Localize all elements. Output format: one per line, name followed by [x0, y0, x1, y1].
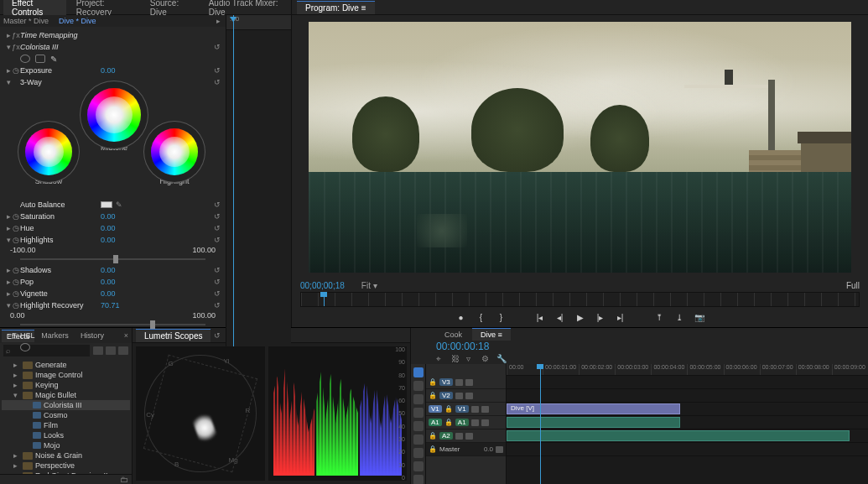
highlight-wheel[interactable]: Highlight — [151, 128, 198, 185]
reset-icon[interactable]: ↺ — [214, 278, 221, 286]
folder-row[interactable]: ▸Generate — [2, 360, 130, 370]
tab-program[interactable]: Program: Dive ≡ — [297, 1, 375, 14]
preset-row[interactable]: Mojo — [2, 440, 130, 450]
reset-icon[interactable]: ↺ — [214, 301, 221, 310]
solo-icon[interactable] — [481, 419, 489, 426]
snap-icon[interactable]: ⌖ — [436, 354, 446, 362]
eye-icon[interactable] — [455, 379, 463, 386]
lock-icon[interactable]: 🔒 — [429, 392, 437, 399]
playhead-icon[interactable] — [233, 15, 234, 369]
rgb-parade[interactable]: 1009080706050403020100 — [268, 346, 408, 481]
reset-icon[interactable]: ↺ — [214, 212, 221, 221]
chevron-right-icon[interactable]: ▸ — [5, 66, 12, 75]
mute-icon[interactable] — [481, 406, 489, 413]
saturation-row[interactable]: ▸◷Saturation0.00↺ — [5, 211, 221, 222]
new-bin-icon[interactable]: 🗀 — [120, 475, 128, 484]
preset-row[interactable]: Colorista III — [2, 400, 130, 410]
stopwatch-icon[interactable]: ◷ — [12, 266, 20, 274]
slip-tool-icon[interactable] — [413, 421, 424, 431]
resolution-dropdown[interactable]: Full — [846, 281, 860, 290]
track-header-a1[interactable]: A1🔒A1 — [426, 416, 506, 429]
preset-row[interactable]: Film — [2, 420, 130, 430]
zoom-tool-icon[interactable] — [413, 461, 424, 471]
eye-icon[interactable] — [471, 406, 479, 413]
eye-icon[interactable] — [455, 393, 463, 399]
lift-icon[interactable]: ⤒ — [653, 312, 665, 322]
clip-nav-arrow[interactable]: ▸ — [216, 17, 221, 25]
vignette-row[interactable]: ▸◷Vignette0.00↺ — [5, 288, 221, 299]
stopwatch-icon[interactable]: ◷ — [12, 331, 20, 340]
fx-toggle-icon[interactable]: ƒx — [12, 31, 20, 39]
marker-icon[interactable]: ▿ — [466, 354, 476, 362]
highlights-slider[interactable] — [20, 258, 205, 260]
track-header-master[interactable]: 🔒Master0.0 — [426, 443, 506, 456]
chevron-right-icon[interactable]: ▸ — [5, 31, 12, 39]
lock-icon[interactable]: 🔒 — [429, 445, 437, 453]
ripple-tool-icon[interactable] — [413, 394, 424, 404]
mark-out-icon[interactable]: } — [496, 312, 507, 322]
chevron-icon[interactable]: ▾ — [13, 391, 20, 399]
play-icon[interactable]: ▶ — [574, 312, 586, 322]
ec-mini-timeline[interactable]: :00 — [226, 15, 291, 369]
lock-icon[interactable]: 🔒 — [444, 405, 453, 413]
lock-icon[interactable]: 🔒 — [444, 419, 453, 426]
timeline-ruler[interactable]: 00:0000:00:01:0000:00:02:0000:00:03:0000… — [507, 364, 868, 376]
three-way-row[interactable]: ▾ 3-Way ↺ — [5, 76, 221, 88]
folder-row[interactable]: ▾Magic Bullet — [2, 390, 130, 400]
track-select-tool-icon[interactable] — [413, 381, 424, 391]
highlights-row[interactable]: ▾◷Highlights0.00↺ — [5, 234, 221, 246]
reset-icon[interactable]: ↺ — [214, 289, 221, 298]
reset-icon[interactable]: ↺ — [214, 236, 221, 244]
folder-row[interactable]: ▸Keying — [2, 380, 130, 390]
selection-tool-icon[interactable] — [413, 367, 424, 377]
reset-icon[interactable]: ↺ — [214, 266, 221, 274]
chevron-down-icon[interactable]: ▾ — [5, 78, 12, 86]
stopwatch-icon[interactable]: ◷ — [12, 301, 20, 310]
linked-selection-icon[interactable]: ⛓ — [451, 354, 461, 362]
fit-dropdown[interactable]: Fit ▾ — [361, 281, 377, 290]
chevron-down-icon[interactable]: ▾ — [5, 43, 12, 51]
program-scrubber[interactable] — [300, 292, 860, 307]
auto-balance-row[interactable]: Auto Balance ✎ ↺ — [5, 199, 221, 211]
clip-dive-v[interactable]: Dive [V] — [507, 403, 680, 414]
shadow-wheel[interactable]: Shadow — [25, 128, 72, 185]
reset-icon[interactable]: ↺ — [214, 78, 221, 86]
colorista-row[interactable]: ▾ ƒx Colorista III ↺ — [5, 41, 221, 53]
vectorscope[interactable]: RMgBCyGYl — [136, 346, 265, 481]
stopwatch-icon[interactable]: ◷ — [12, 224, 20, 232]
tab-sequence-dive[interactable]: Dive ≡ — [472, 328, 511, 341]
preview-icon[interactable] — [20, 343, 30, 351]
chevron-icon[interactable]: ▸ — [13, 461, 20, 470]
mark-in-icon[interactable]: { — [476, 312, 487, 322]
preset-row[interactable]: Cosmo — [2, 410, 130, 420]
folder-row[interactable]: ▸Noise & Grain — [2, 450, 130, 461]
extract-icon[interactable]: ⤓ — [673, 312, 685, 322]
track-header-v1[interactable]: V1🔒V1 — [426, 403, 506, 416]
program-timecode[interactable]: 00;00;00;18 — [300, 281, 345, 290]
settings-icon[interactable]: ⚙ — [481, 354, 491, 362]
midtone-wheel[interactable]: Midtone — [87, 88, 141, 152]
eyedropper-icon[interactable]: ✎ — [116, 200, 122, 209]
exposure-value[interactable]: 0.00 — [101, 66, 151, 75]
timeline-track-area[interactable]: 00:0000:00:01:0000:00:02:0000:00:03:0000… — [507, 364, 868, 484]
reset-icon[interactable]: ↺ — [214, 224, 221, 232]
chevron-icon[interactable]: ▸ — [13, 451, 20, 460]
solo-icon[interactable] — [465, 433, 473, 440]
go-to-out-icon[interactable]: ▸| — [615, 312, 626, 322]
chevron-icon[interactable]: ▸ — [13, 371, 20, 379]
reset-icon[interactable]: ↺ — [214, 66, 221, 75]
preset-row[interactable]: Looks — [2, 430, 130, 440]
type-tool-icon[interactable] — [413, 475, 424, 484]
mute-icon[interactable] — [471, 419, 479, 426]
reset-icon[interactable]: ↺ — [214, 43, 221, 51]
mute-icon[interactable] — [455, 433, 463, 440]
chevron-icon[interactable]: ▸ — [13, 361, 20, 369]
mute-icon[interactable] — [465, 379, 473, 386]
highlight-recovery-row[interactable]: ▾◷Highlight Recovery70.71↺ — [5, 299, 221, 311]
add-marker-icon[interactable]: ● — [455, 312, 467, 322]
reset-icon[interactable]: ↺ — [214, 331, 221, 340]
fx-toggle-icon[interactable]: ƒx — [12, 43, 20, 51]
clip-dive-a2[interactable] — [507, 430, 850, 441]
timeline-timecode[interactable]: 00:00:00:18 — [436, 341, 489, 352]
folder-row[interactable]: ▸Image Control — [2, 370, 130, 380]
